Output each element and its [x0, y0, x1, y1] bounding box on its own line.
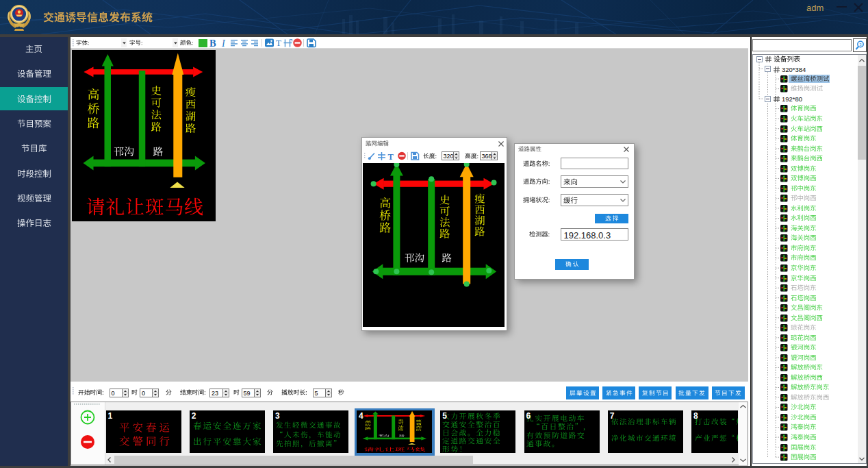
svg-text:T: T — [276, 38, 281, 48]
svg-text:3: 3 — [859, 42, 862, 47]
svg-text:T: T — [388, 151, 394, 161]
svg-text:B: B — [209, 37, 216, 48]
svg-text:I: I — [221, 38, 226, 48]
